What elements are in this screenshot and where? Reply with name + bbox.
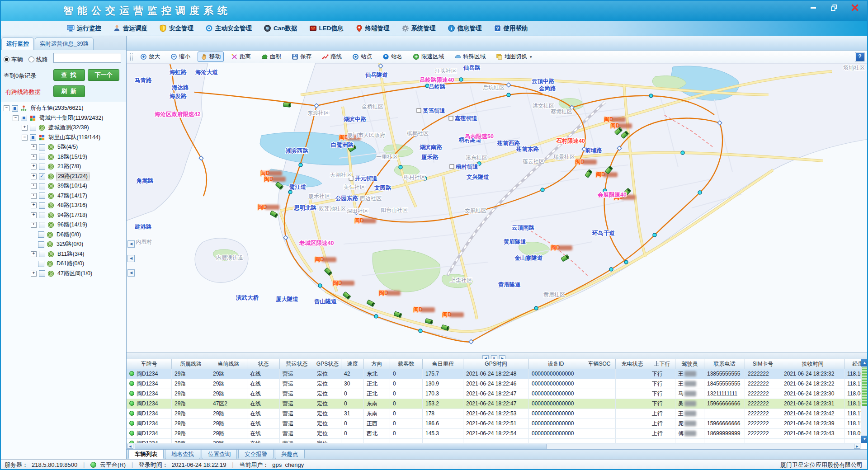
table-row[interactable]: 闽D123429路29路在线营运定位42东北0175.72021-06-24 1… [127,369,861,379]
tree-checkbox[interactable] [21,115,27,121]
tree-expander-plus-icon[interactable]: + [31,271,37,277]
column-header-GPS状态[interactable]: GPS状态 [314,359,341,369]
menu-item-led[interactable]: LED信息 [309,24,344,33]
tree-expander-plus-icon[interactable]: + [31,212,37,218]
tree-checkbox[interactable] [39,251,45,257]
map-area[interactable]: 闽D闽D闽D闽D闽D闽D闽D闽D闽D闽D闽D闽D闽D闽D闽D闽D湖滨中路白鹭洲路… [127,63,868,352]
menu-item-gear[interactable]: 系统管理 [401,24,436,33]
bus-marker[interactable] [283,103,291,107]
tree-expander-plus-icon[interactable]: + [31,144,37,150]
tree-checkbox[interactable] [30,134,36,141]
tree-node-12[interactable]: +94路(17/18) [0,211,126,221]
column-header-接收时间[interactable]: 接收时间 [781,359,844,369]
table-row[interactable]: 闽D123429路29路在线营运定位31东南01782021-06-24 18:… [127,409,861,419]
restore-button[interactable] [829,4,839,12]
bottom-tab-5[interactable]: 兴趣点 [275,450,305,460]
table-row[interactable]: 闽D123429路29路在线营运定位0正西0186.62021-06-24 18… [127,419,861,429]
column-header-GPS时间[interactable]: GPS时间 [463,359,529,369]
table-row[interactable]: 闽D123429路29路在线营运定位30正北0130.92021-06-24 1… [127,379,861,389]
tree-node-2[interactable]: −鹭城巴士集团(1199/2432) [0,113,126,123]
map-help-button[interactable]: ? [855,52,864,61]
map-tool-routeline[interactable]: 路线 [319,52,345,62]
tree-expander-minus-icon[interactable]: − [13,115,19,121]
bottom-tab-3[interactable]: 位置查询 [202,450,237,460]
tree-node-1[interactable]: −所有车辆(2935/6621) [0,103,126,113]
map-tool-speedzone[interactable]: 限速区域 [410,52,447,62]
station-dot[interactable] [374,315,378,318]
station-dot[interactable] [419,329,422,333]
tree-checkbox[interactable] [39,270,45,277]
tree-expander-plus-icon[interactable]: + [31,193,37,199]
tree-checkbox[interactable] [39,202,45,209]
column-header-方向[interactable]: 方向 [364,359,390,369]
column-header-当日里程[interactable]: 当日里程 [423,359,463,369]
radio-vehicle[interactable]: 车辆 [4,56,23,64]
column-header-速度[interactable]: 速度 [341,359,364,369]
station-dot[interactable] [318,284,322,287]
column-header-载客数[interactable]: 载客数 [390,359,423,369]
tree-checkbox[interactable] [39,154,45,160]
scroll-right-icon[interactable]: ▶ [854,444,860,449]
close-button[interactable] [850,4,860,12]
menu-item-person[interactable]: 营运调度 [113,24,147,33]
tree-expander-plus-icon[interactable]: + [31,154,37,160]
next-button[interactable]: 下一个 [88,69,119,81]
tree-node-16[interactable]: +B11路(3/4) [0,249,126,259]
tree-node-10[interactable]: +47路(14/17) [0,191,126,201]
column-header-驾驶员[interactable]: 驾驶员 [675,359,704,369]
column-header-车牌号[interactable]: 车牌号 [127,359,172,369]
bottom-tab-2[interactable]: 地名查找 [165,450,200,460]
scroll-down-icon[interactable]: ▼ [861,436,868,443]
tree-node-18[interactable]: +47路区间(1/0) [0,269,126,279]
table-vertical-scrollbar[interactable]: ▲ ▼ [861,359,868,443]
table-row[interactable]: 闽D123429路29路在线营运定位0正北0170.32021-06-24 18… [127,389,861,399]
map-tool-layers[interactable]: 地图切换▾ [493,52,535,62]
map-tool-save[interactable]: 保存 [288,52,315,62]
tree-checkbox[interactable] [39,212,45,218]
station-dot[interactable] [609,268,613,271]
tree-expander-plus-icon[interactable]: + [31,251,37,257]
map-tool-measure[interactable]: 距离 [228,52,254,62]
map-nav-left-button-2[interactable]: ◀ [127,255,135,262]
map-splitter-bar[interactable]: ◀ ▮ ▶ [127,352,868,359]
table-row[interactable]: 闽D123429路47区2在线营运定位0东南0153.22021-06-24 1… [127,399,861,409]
tree-expander-minus-icon[interactable]: − [4,105,9,111]
left-tab-1[interactable]: 运行监控 [1,38,34,50]
tree-checkbox[interactable] [39,164,45,170]
menu-item-shield[interactable]: 安全管理 [159,24,193,33]
tree-expander-minus-icon[interactable]: − [22,135,28,141]
column-header-车辆SOC[interactable]: 车辆SOC [583,359,616,369]
tree-checkbox[interactable] [39,222,45,228]
tree-node-14[interactable]: D6路(0/0) [0,230,126,240]
tree-node-17[interactable]: D61路(0/0) [0,259,126,269]
menu-item-monitor[interactable]: 运行监控 [67,24,101,33]
tree-expander-plus-icon[interactable]: + [31,222,37,228]
tree-expander-plus-icon[interactable]: + [31,174,37,179]
tree-node-5[interactable]: +5路(4/5) [0,142,126,152]
tree-node-9[interactable]: +39路(10/14) [0,181,126,191]
tree-node-3[interactable]: +鹭城酒测(32/39) [0,123,126,133]
find-button[interactable]: 查 找 [53,69,85,81]
station-dot[interactable] [698,191,702,194]
radio-line[interactable]: 线路 [28,56,48,64]
menu-item-target[interactable]: 主动安全管理 [205,24,252,33]
map-tool-stationname[interactable]: 站名 [379,52,406,62]
tree-expander-plus-icon[interactable]: + [31,202,37,208]
table-horizontal-scrollbar[interactable]: ◀ ▶ [127,443,861,449]
tree-checkbox[interactable] [38,261,44,267]
menu-item-pin[interactable]: 终端管理 [355,24,390,33]
tree-node-15[interactable]: 329路(0/0) [0,240,126,249]
left-tab-2[interactable]: 实时运营信息_39路 [35,38,94,50]
map-tool-special[interactable]: 特殊区域 [451,52,489,62]
tree-checkbox[interactable] [38,231,44,238]
refresh-button[interactable]: 刷 新 [53,85,85,97]
bottom-tab-4[interactable]: 安全报警 [238,450,274,460]
tree-node-7[interactable]: +21路(7/8) [0,162,126,172]
column-header-营运状态[interactable]: 营运状态 [280,359,314,369]
station-dot[interactable] [681,151,684,155]
column-header-状态[interactable]: 状态 [247,359,280,369]
column-header-所属线路[interactable]: 所属线路 [172,359,210,369]
tree-checkbox[interactable] [12,105,18,112]
station-dot[interactable] [507,93,510,97]
column-header-联系电话[interactable]: 联系电话 [704,359,745,369]
